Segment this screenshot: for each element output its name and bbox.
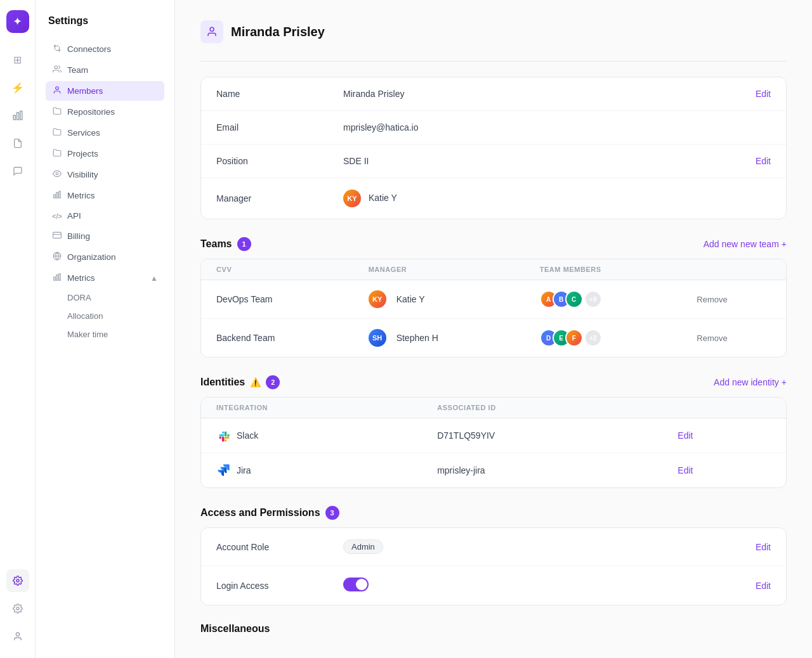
id-col-associated-id: ASSOCIATED ID xyxy=(422,397,662,418)
name-value: Miranda Prisley xyxy=(343,89,756,99)
sidebar-item-connectors[interactable]: Connectors xyxy=(46,39,164,59)
devops-team-name: DevOps Team xyxy=(201,280,353,319)
organization-icon xyxy=(52,252,62,262)
main-content: Miranda Prisley Name Miranda Prisley Edi… xyxy=(175,0,812,658)
add-team-label: Add new new team xyxy=(704,239,779,249)
table-row: Backend Team SH Stephen H D E F +2 xyxy=(201,319,786,358)
table-row: Slack D71TLQ59YIV Edit xyxy=(201,418,786,453)
sidebar-item-visibility[interactable]: Visibility xyxy=(46,165,164,184)
role-badge: Admin xyxy=(343,539,383,554)
devops-manager: KY Katie Y xyxy=(353,280,525,319)
email-row: Email mprisley@hatica.io xyxy=(201,111,786,145)
sidebar-item-projects[interactable]: Projects xyxy=(46,144,164,164)
svg-rect-17 xyxy=(59,191,60,198)
sidebar-label-members: Members xyxy=(67,86,103,96)
sidebar-label-visibility: Visibility xyxy=(67,170,98,179)
identities-section-header: Identities ⚠️ 2 Add new identity + xyxy=(200,375,787,389)
email-value: mprisley@hatica.io xyxy=(343,122,771,132)
member-avatar-plus2: +2 xyxy=(584,329,602,347)
table-row: Jira mprisley-jira Edit xyxy=(201,453,786,488)
backend-remove-button[interactable]: Remove xyxy=(697,333,727,343)
login-access-row: Login Access Edit xyxy=(201,566,786,605)
backend-manager: SH Stephen H xyxy=(353,319,525,358)
app-logo[interactable]: ✦ xyxy=(6,10,29,33)
devops-members: A B C +9 xyxy=(525,280,682,319)
account-role-label: Account Role xyxy=(216,542,343,552)
access-title: Access and Permissions 3 xyxy=(200,506,339,520)
name-edit-button[interactable]: Edit xyxy=(756,89,771,99)
nav-settings2-icon[interactable] xyxy=(6,597,29,620)
access-badge: 3 xyxy=(325,506,339,520)
nav-doc-icon[interactable] xyxy=(6,132,29,155)
nav-chart-icon[interactable] xyxy=(6,104,29,127)
access-section-header: Access and Permissions 3 xyxy=(200,506,787,520)
icon-sidebar: ✦ ⊞ ⚡ xyxy=(0,0,36,658)
sidebar-item-members[interactable]: Members xyxy=(46,81,164,101)
svg-rect-23 xyxy=(56,275,58,281)
teams-table: CVV MANAGER TEAM MEMBERS DevOps Team KY … xyxy=(201,259,786,357)
identities-badge: 2 xyxy=(266,375,280,389)
backend-team-name: Backend Team xyxy=(201,319,353,358)
add-identity-button[interactable]: Add new identity + xyxy=(714,377,787,387)
backend-members: D E F +2 xyxy=(525,319,682,358)
metrics2-icon xyxy=(52,273,62,283)
slack-edit-cell: Edit xyxy=(662,418,786,453)
plus-icon2: + xyxy=(782,377,787,387)
sidebar-label-team: Team xyxy=(67,65,88,75)
nav-user-icon[interactable] xyxy=(6,625,29,648)
table-row: DevOps Team KY Katie Y A B C +9 xyxy=(201,280,786,319)
sidebar-label-metrics: Metrics xyxy=(67,191,95,200)
sidebar-label-services: Services xyxy=(67,128,100,138)
svg-point-13 xyxy=(56,87,59,90)
teams-col-cvv: CVV xyxy=(201,259,353,280)
misc-title: Miscellaneous xyxy=(200,623,270,635)
svg-rect-15 xyxy=(54,195,55,198)
nav-chat-icon[interactable] xyxy=(6,160,29,183)
svg-rect-16 xyxy=(56,193,58,198)
add-team-button[interactable]: Add new new team + xyxy=(704,239,787,249)
page-header: Miranda Prisley xyxy=(200,20,787,43)
sidebar-item-allocation[interactable]: Allocation xyxy=(46,307,164,325)
jira-edit-button[interactable]: Edit xyxy=(678,465,693,475)
nav-grid-icon[interactable]: ⊞ xyxy=(6,48,29,71)
nav-settings-icon[interactable] xyxy=(6,569,29,592)
member-avatar-icon xyxy=(200,20,223,43)
sidebar-item-organization[interactable]: Organization xyxy=(46,247,164,267)
teams-title: Teams 1 xyxy=(200,237,251,251)
position-value: SDE II xyxy=(343,156,756,166)
login-access-edit-button[interactable]: Edit xyxy=(756,581,771,591)
id-col-integration: INTEGRATION xyxy=(201,397,422,418)
nav-lightning-icon[interactable]: ⚡ xyxy=(6,76,29,99)
access-card: Account Role Admin Edit Login Access Edi… xyxy=(200,527,787,605)
teams-col-manager: MANAGER xyxy=(353,259,525,280)
account-role-edit-button[interactable]: Edit xyxy=(756,542,771,552)
sidebar-item-repositories[interactable]: Repositories xyxy=(46,102,164,122)
login-access-toggle[interactable] xyxy=(343,577,369,591)
teams-section-header: Teams 1 Add new new team + xyxy=(200,237,787,251)
account-role-value: Admin xyxy=(343,539,756,554)
slack-name: Slack xyxy=(237,430,258,441)
sidebar-item-metrics[interactable]: Metrics xyxy=(46,186,164,205)
sidebar-label-api: API xyxy=(67,211,81,221)
sidebar-item-billing[interactable]: Billing xyxy=(46,226,164,246)
devops-manager-avatar: KY xyxy=(369,290,386,308)
devops-remove-button[interactable]: Remove xyxy=(697,295,727,304)
sidebar-item-dora[interactable]: DORA xyxy=(46,289,164,306)
position-edit-button[interactable]: Edit xyxy=(756,156,771,166)
sidebar-item-team[interactable]: Team xyxy=(46,60,164,80)
sidebar-item-services[interactable]: Services xyxy=(46,123,164,143)
sidebar-item-api[interactable]: </> API xyxy=(46,207,164,225)
svg-rect-22 xyxy=(54,277,55,280)
sidebar-item-metrics2[interactable]: Metrics ▲ xyxy=(46,268,164,288)
plus-icon: + xyxy=(782,239,787,249)
slack-edit-button[interactable]: Edit xyxy=(678,430,693,441)
svg-point-12 xyxy=(55,66,58,69)
slack-id: D71TLQ59YIV xyxy=(422,418,662,453)
svg-rect-0 xyxy=(13,115,15,120)
jira-edit-cell: Edit xyxy=(662,453,786,488)
sidebar-label-organization: Organization xyxy=(67,252,116,262)
sidebar-item-maker-time[interactable]: Maker time xyxy=(46,326,164,343)
position-label: Position xyxy=(216,156,343,166)
manager-avatar: KY xyxy=(343,190,361,207)
teams-card: CVV MANAGER TEAM MEMBERS DevOps Team KY … xyxy=(200,259,787,358)
